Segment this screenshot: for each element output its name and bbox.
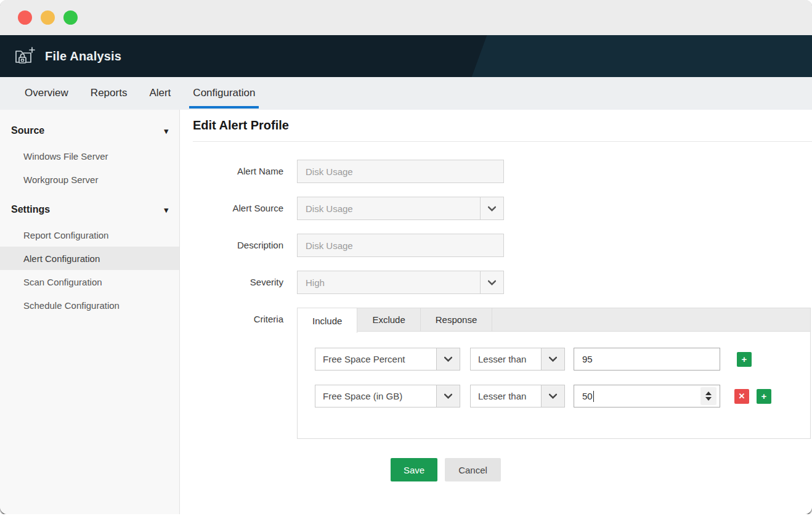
criteria-value-input[interactable]: 95 xyxy=(574,348,720,371)
tab-reports[interactable]: Reports xyxy=(87,77,131,109)
criteria-attribute-value: Free Space Percent xyxy=(315,348,436,370)
stepper-up-icon[interactable] xyxy=(705,391,712,395)
sidebar-item-workgroup-server[interactable]: Workgroup Server xyxy=(0,168,179,191)
sidebar-group-source-label: Source xyxy=(11,125,44,136)
criteria-operator-select[interactable]: Lesser than xyxy=(470,385,565,407)
chevron-down-icon xyxy=(436,348,460,370)
stepper-down-icon[interactable] xyxy=(705,397,712,401)
criteria-include-body: Free Space Percent Lesser than xyxy=(297,331,811,439)
criteria-operator-value: Lesser than xyxy=(471,348,541,370)
alert-source-label: Alert Source xyxy=(193,197,283,220)
cancel-button[interactable]: Cancel xyxy=(445,458,501,481)
criteria-tabbar: Include Exclude Response xyxy=(297,308,811,331)
criteria-tab-include[interactable]: Include xyxy=(298,308,357,333)
sidebar-item-schedule-configuration[interactable]: Schedule Configuration xyxy=(0,293,179,317)
page-title: Edit Alert Profile xyxy=(193,118,812,133)
app-header: File Analysis xyxy=(0,35,812,77)
description-input[interactable] xyxy=(297,234,504,257)
severity-select[interactable]: High xyxy=(297,271,504,294)
criteria-operator-select[interactable]: Lesser than xyxy=(470,348,565,371)
window-titlebar xyxy=(0,0,812,35)
criteria-tab-exclude[interactable]: Exclude xyxy=(357,308,420,331)
nav-tabbar: Overview Reports Alert Configuration xyxy=(0,77,812,110)
remove-criteria-button[interactable]: ✕ xyxy=(734,389,749,404)
criteria-panel: Include Exclude Response Free Space Perc… xyxy=(297,308,811,439)
save-button[interactable]: Save xyxy=(391,458,437,481)
tab-configuration[interactable]: Configuration xyxy=(189,77,259,109)
severity-selected-value: High xyxy=(298,271,480,293)
main-panel: Edit Alert Profile Alert Name Alert Sour… xyxy=(180,110,812,514)
severity-label: Severity xyxy=(193,271,283,294)
folder-lock-add-icon xyxy=(14,45,36,67)
chevron-down-icon: ▾ xyxy=(164,205,168,215)
criteria-attribute-select[interactable]: Free Space Percent xyxy=(315,348,460,371)
criteria-tab-response[interactable]: Response xyxy=(421,308,493,331)
app-window: File Analysis Overview Reports Alert Con… xyxy=(0,0,812,514)
sidebar-item-windows-file-server[interactable]: Windows File Server xyxy=(0,144,179,168)
sidebar-item-report-configuration[interactable]: Report Configuration xyxy=(0,223,179,247)
criteria-label: Criteria xyxy=(193,308,283,439)
chevron-down-icon xyxy=(436,385,460,407)
criteria-row-2: Free Space (in GB) Lesser than xyxy=(315,385,810,407)
form-actions: Save Cancel xyxy=(391,458,812,481)
criteria-value-text: 50 xyxy=(582,391,593,401)
criteria-value-text: 95 xyxy=(582,354,593,364)
add-criteria-button[interactable]: + xyxy=(737,352,752,367)
chevron-down-icon xyxy=(541,348,564,370)
criteria-value-input[interactable]: 50 xyxy=(574,385,720,407)
number-stepper[interactable] xyxy=(700,387,717,405)
criteria-attribute-value: Free Space (in GB) xyxy=(315,385,436,407)
sidebar: Source ▾ Windows File Server Workgroup S… xyxy=(0,110,180,514)
close-window-button[interactable] xyxy=(18,10,32,25)
alert-source-select[interactable]: Disk Usage xyxy=(297,197,504,220)
sidebar-item-alert-configuration[interactable]: Alert Configuration xyxy=(0,247,179,270)
edit-alert-profile-form: Alert Name Alert Source Disk Usage xyxy=(193,160,812,481)
criteria-attribute-select[interactable]: Free Space (in GB) xyxy=(315,385,460,407)
description-label: Description xyxy=(193,234,283,257)
alert-source-selected-value: Disk Usage xyxy=(298,197,480,219)
minimize-window-button[interactable] xyxy=(41,10,55,25)
title-divider xyxy=(193,141,812,142)
text-cursor xyxy=(593,391,594,402)
chevron-down-icon xyxy=(541,385,564,407)
chevron-down-icon xyxy=(480,271,503,293)
app-title: File Analysis xyxy=(45,49,121,63)
sidebar-group-source[interactable]: Source ▾ xyxy=(0,117,179,144)
criteria-row-1: Free Space Percent Lesser than xyxy=(315,348,810,371)
sidebar-item-scan-configuration[interactable]: Scan Configuration xyxy=(0,270,179,293)
tab-alert[interactable]: Alert xyxy=(145,77,174,109)
criteria-operator-value: Lesser than xyxy=(471,385,541,407)
chevron-down-icon: ▾ xyxy=(164,126,168,136)
chevron-down-icon xyxy=(480,197,503,219)
sidebar-group-settings[interactable]: Settings ▾ xyxy=(0,196,179,223)
sidebar-group-settings-label: Settings xyxy=(11,204,50,215)
alert-name-input[interactable] xyxy=(297,160,504,183)
alert-name-label: Alert Name xyxy=(193,160,283,183)
tab-overview[interactable]: Overview xyxy=(21,77,72,109)
maximize-window-button[interactable] xyxy=(63,10,78,25)
add-criteria-button[interactable]: + xyxy=(757,389,771,404)
